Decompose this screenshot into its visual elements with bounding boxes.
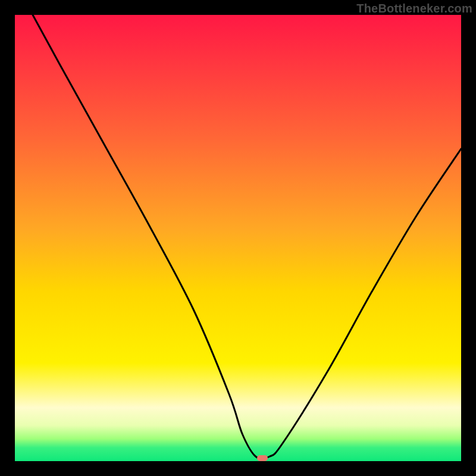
bottleneck-curve [15, 15, 461, 461]
optimum-marker [257, 455, 268, 461]
watermark-text: TheBottleneker.com [356, 2, 472, 15]
plot-area [15, 15, 461, 461]
chart-frame: TheBottleneker.com [0, 0, 476, 476]
curve-path [33, 15, 461, 459]
